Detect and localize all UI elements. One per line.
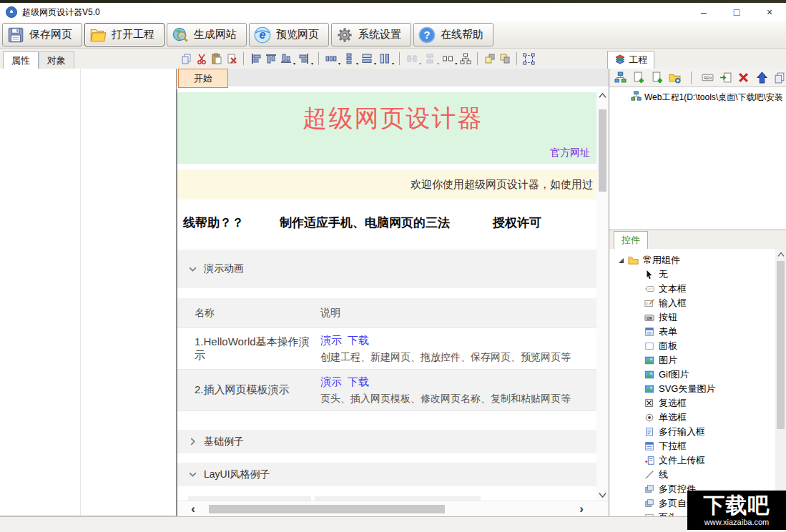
section-basic-examples[interactable]: 基础例子 <box>177 430 609 453</box>
tab-project[interactable]: 工程 <box>607 51 654 69</box>
close-button[interactable]: × <box>753 3 786 21</box>
demo-desc: 页头、插入网页模板、修改网页名称、复制和粘贴网页等 <box>320 393 609 405</box>
delete-page-icon[interactable] <box>737 72 750 84</box>
demo-link[interactable]: 演示 <box>320 375 342 388</box>
save-page-button[interactable]: 保存网页 <box>2 23 82 46</box>
control-item[interactable]: Gif图片 <box>609 368 786 382</box>
tree-root-web-project[interactable]: Web工程1(D:\tools\桌面\下载吧\安装 <box>609 91 786 104</box>
send-back-icon[interactable] <box>497 51 512 66</box>
add-folder-icon[interactable] <box>669 72 681 84</box>
cut-icon[interactable] <box>194 51 209 66</box>
rename-icon[interactable]: REN <box>702 72 714 84</box>
tab-properties[interactable]: 属性 <box>3 51 39 69</box>
control-item[interactable]: 单选框 <box>609 410 786 425</box>
section-demo-animations[interactable]: 演示动画 <box>177 250 609 288</box>
online-help-button[interactable]: ? 在线帮助 <box>413 23 493 46</box>
copy-page-icon[interactable] <box>774 72 786 84</box>
select-marquee-icon[interactable] <box>521 51 536 66</box>
align-top-icon[interactable] <box>263 51 278 66</box>
download-link[interactable]: 下载 <box>348 334 369 346</box>
chevron-down-icon <box>188 265 197 274</box>
canvas-horizontal-scrollbar[interactable]: ‹ › <box>177 501 609 516</box>
properties-panel <box>0 69 177 516</box>
scroll-up-arrow[interactable] <box>775 249 786 260</box>
download-link[interactable]: 下载 <box>348 375 369 388</box>
import-page-icon[interactable] <box>719 72 732 84</box>
control-item[interactable]: 线 <box>609 468 786 482</box>
official-site-link[interactable]: 官方网址 <box>550 147 590 159</box>
new-site-icon[interactable] <box>614 72 627 84</box>
layout-tree-icon[interactable] <box>458 51 473 66</box>
svg-text:e: e <box>259 28 265 41</box>
control-item[interactable]: 文件上传框 <box>609 453 786 468</box>
move-up-icon[interactable] <box>756 72 768 84</box>
size-box-icon[interactable] <box>440 51 455 66</box>
open-project-button[interactable]: 打开工程 <box>84 23 164 46</box>
design-canvas[interactable]: 超级网页设计器 官方网址 欢迎你使用超级网页设计器，如使用过 线帮助？？ 制作适… <box>177 89 609 516</box>
folder-icon <box>628 255 639 266</box>
system-settings-button[interactable]: 系统设置 <box>331 23 411 46</box>
section-layui-examples[interactable]: LayUI风格例子 <box>177 463 609 486</box>
open-project-label: 打开工程 <box>112 28 154 41</box>
vertical-scroll-thumb[interactable] <box>599 109 606 192</box>
generate-site-button[interactable]: 生成网站 <box>167 23 247 46</box>
copy-icon[interactable] <box>179 51 194 66</box>
tab-page-start[interactable]: 开始 <box>178 69 228 88</box>
paste-icon[interactable] <box>209 51 224 66</box>
same-height-icon[interactable] <box>377 51 392 66</box>
control-item[interactable]: 无 <box>609 267 786 282</box>
align-right-icon[interactable] <box>296 51 311 66</box>
textbox-icon <box>644 284 654 295</box>
horizontal-scroll-thumb[interactable] <box>209 505 445 513</box>
control-item[interactable]: 下拉框 <box>609 439 786 453</box>
controls-list: 常用组件 无 文本框 I输入框 OK按钮 表单 面板 图片 Gif图片 SVG矢… <box>609 249 786 516</box>
demo-link[interactable]: 演示 <box>320 334 342 346</box>
control-item[interactable]: 面板 <box>609 339 786 353</box>
control-item[interactable]: 图片 <box>609 353 786 368</box>
same-width-icon[interactable] <box>359 51 374 66</box>
spacing-h-icon[interactable] <box>404 51 419 66</box>
tab-objects[interactable]: 对象 <box>39 51 74 69</box>
distribute-v-icon[interactable] <box>341 51 356 66</box>
headline-left: 线帮助？？ <box>183 215 244 231</box>
tab-controls[interactable]: 控件 <box>614 231 648 249</box>
gif-image-icon <box>644 370 654 380</box>
section-demo-label: 演示动画 <box>204 262 244 275</box>
control-item-label: 多行输入框 <box>659 425 705 438</box>
control-item[interactable]: 表单 <box>609 325 786 339</box>
property-grid-divider[interactable] <box>80 69 81 516</box>
scroll-up-arrow[interactable] <box>596 89 609 101</box>
add-subpage-icon[interactable] <box>650 72 662 84</box>
line-icon <box>644 470 654 481</box>
align-left-icon[interactable] <box>248 51 263 66</box>
delete-icon[interactable] <box>224 51 239 66</box>
site-tree-icon <box>631 91 642 104</box>
scroll-right-arrow[interactable]: › <box>574 501 589 516</box>
spacing-v-icon[interactable] <box>422 51 437 66</box>
control-item-label: 图片 <box>659 354 677 367</box>
bring-front-icon[interactable] <box>482 51 497 66</box>
preview-page-button[interactable]: e 预览网页 <box>249 23 329 46</box>
image-icon <box>644 355 654 366</box>
table-header-row: 名称 说明 <box>177 298 609 328</box>
canvas-vertical-scrollbar[interactable] <box>596 89 609 501</box>
controls-scrollbar[interactable] <box>775 249 786 516</box>
control-item[interactable]: OK按钮 <box>609 310 786 325</box>
minimize-button[interactable]: – <box>687 3 720 21</box>
tree-expanded-icon <box>619 258 624 263</box>
scroll-down-arrow[interactable] <box>596 489 609 501</box>
control-item[interactable]: 多行输入框 <box>609 425 786 439</box>
control-item[interactable]: 文本框 <box>609 282 786 296</box>
controls-group-common[interactable]: 常用组件 <box>609 253 786 267</box>
control-item[interactable]: I输入框 <box>609 296 786 310</box>
scroll-left-arrow[interactable]: ‹ <box>186 501 200 516</box>
align-bottom-icon[interactable] <box>278 51 293 66</box>
control-item-label: Gif图片 <box>659 368 689 381</box>
control-item[interactable]: SVG矢量图片 <box>609 382 786 396</box>
distribute-h-icon[interactable] <box>323 51 338 66</box>
system-settings-label: 系统设置 <box>358 28 401 41</box>
controls-scroll-thumb[interactable] <box>777 261 785 429</box>
add-page-icon[interactable] <box>632 72 644 84</box>
control-item[interactable]: 复选框 <box>609 396 786 410</box>
maximize-button[interactable]: □ <box>720 3 753 21</box>
